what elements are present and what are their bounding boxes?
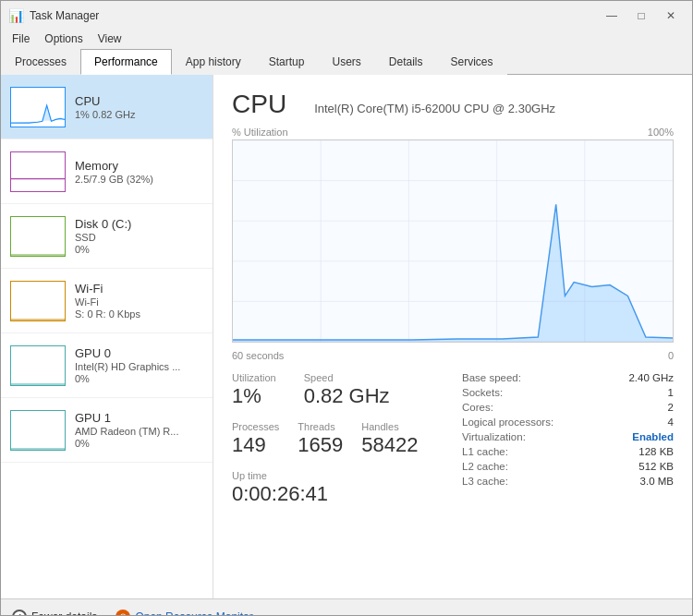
sidebar: CPU 1% 0.82 GHz Memory 2.5/7.9 GB (32%) xyxy=(1,75,213,598)
cores-value: 2 xyxy=(668,402,674,413)
stats-row-utilization-speed: Utilization 1% Speed 0.82 GHz xyxy=(232,372,444,414)
tab-details[interactable]: Details xyxy=(375,49,437,75)
chart-x-end: 0 xyxy=(668,350,674,361)
logical-row: Logical processors: 4 xyxy=(462,417,674,428)
gpu0-info: GPU 0 Intel(R) HD Graphics ... 0% xyxy=(75,346,203,384)
utilization-block: Utilization 1% xyxy=(232,372,276,408)
detail-header: CPU Intel(R) Core(TM) i5-6200U CPU @ 2.3… xyxy=(232,90,674,119)
disk-thumbnail xyxy=(10,216,66,257)
threads-block: Threads 1659 xyxy=(298,421,343,457)
speed-label: Speed xyxy=(304,372,390,383)
l3-value: 3.0 MB xyxy=(640,476,674,487)
l3-row: L3 cache: 3.0 MB xyxy=(462,476,674,487)
cpu-title: CPU xyxy=(75,94,203,108)
gpu0-thumbnail xyxy=(10,345,66,386)
fewer-details-button[interactable]: ∧ Fewer details xyxy=(12,610,97,617)
utilization-value: 1% xyxy=(232,384,276,408)
memory-title: Memory xyxy=(75,159,203,173)
processes-value: 149 xyxy=(232,433,279,457)
handles-value: 58422 xyxy=(361,433,418,457)
sidebar-item-wifi[interactable]: Wi-Fi Wi-Fi S: 0 R: 0 Kbps xyxy=(1,269,213,333)
l1-row: L1 cache: 128 KB xyxy=(462,446,674,457)
tab-users[interactable]: Users xyxy=(318,49,374,75)
processes-block: Processes 149 xyxy=(232,421,279,457)
chart-label-bottom: 60 seconds 0 xyxy=(232,350,674,361)
base-speed-label: Base speed: xyxy=(462,372,573,383)
fewer-details-icon: ∧ xyxy=(12,610,27,617)
tab-processes[interactable]: Processes xyxy=(1,49,80,75)
open-resource-monitor-button[interactable]: ⊙ Open Resource Monitor xyxy=(116,610,252,617)
tab-services[interactable]: Services xyxy=(437,49,507,75)
sidebar-item-memory[interactable]: Memory 2.5/7.9 GB (32%) xyxy=(1,139,213,204)
menu-file[interactable]: File xyxy=(5,30,37,47)
cpu-chart xyxy=(232,139,674,343)
memory-thumbnail xyxy=(10,151,66,192)
window-title: Task Manager xyxy=(30,9,99,22)
tab-bar: Processes Performance App history Startu… xyxy=(1,49,692,75)
menu-view[interactable]: View xyxy=(91,30,129,47)
resource-monitor-icon: ⊙ xyxy=(116,610,130,617)
wifi-info: Wi-Fi Wi-Fi S: 0 R: 0 Kbps xyxy=(75,282,203,320)
sockets-value: 1 xyxy=(668,387,674,398)
sockets-label: Sockets: xyxy=(462,387,573,398)
wifi-title: Wi-Fi xyxy=(75,282,203,296)
gpu1-thumbnail xyxy=(10,410,66,451)
fewer-details-label: Fewer details xyxy=(31,610,97,617)
tab-app-history[interactable]: App history xyxy=(172,49,255,75)
l2-value: 512 KB xyxy=(638,461,674,472)
disk-sub2: 0% xyxy=(75,244,203,255)
stats-left: Utilization 1% Speed 0.82 GHz Processes … xyxy=(232,372,444,506)
gpu1-info: GPU 1 AMD Radeon (TM) R... 0% xyxy=(75,411,203,449)
processes-label: Processes xyxy=(232,421,279,432)
memory-sub: 2.5/7.9 GB (32%) xyxy=(75,174,203,185)
gpu0-sub1: Intel(R) HD Graphics ... xyxy=(75,361,203,372)
logical-value: 4 xyxy=(668,417,674,428)
chart-x-start: 60 seconds xyxy=(232,350,284,361)
base-speed-row: Base speed: 2.40 GHz xyxy=(462,372,674,383)
detail-title: CPU xyxy=(232,90,286,119)
cpu-thumbnail xyxy=(10,87,66,127)
menu-options[interactable]: Options xyxy=(37,30,90,47)
sidebar-item-gpu0[interactable]: GPU 0 Intel(R) HD Graphics ... 0% xyxy=(1,333,213,398)
stats-row-threads: Processes 149 Threads 1659 Handles 58422 xyxy=(232,421,444,463)
gpu0-sub2: 0% xyxy=(75,373,203,384)
chart-label-top: % Utilization 100% xyxy=(232,127,674,138)
speed-value: 0.82 GHz xyxy=(304,384,390,408)
svg-marker-10 xyxy=(233,204,673,342)
title-bar-left: 📊 Task Manager xyxy=(8,8,99,23)
bottom-bar: ∧ Fewer details ⊙ Open Resource Monitor xyxy=(1,598,692,616)
sidebar-item-gpu1[interactable]: GPU 1 AMD Radeon (TM) R... 0% xyxy=(1,398,213,463)
tab-performance[interactable]: Performance xyxy=(80,49,172,75)
tab-startup[interactable]: Startup xyxy=(255,49,319,75)
gpu1-sub1: AMD Radeon (TM) R... xyxy=(75,426,203,437)
cores-row: Cores: 2 xyxy=(462,402,674,413)
menu-bar: File Options View xyxy=(1,29,692,49)
uptime-label: Up time xyxy=(232,470,444,481)
cores-label: Cores: xyxy=(462,402,573,413)
maximize-button[interactable]: □ xyxy=(627,6,655,25)
stats-grid: Utilization 1% Speed 0.82 GHz Processes … xyxy=(232,372,674,506)
gpu0-title: GPU 0 xyxy=(75,346,203,360)
app-icon: 📊 xyxy=(8,8,24,23)
sidebar-item-cpu[interactable]: CPU 1% 0.82 GHz xyxy=(1,75,213,139)
l3-label: L3 cache: xyxy=(462,476,573,487)
speed-block: Speed 0.82 GHz xyxy=(304,372,390,408)
threads-value: 1659 xyxy=(298,433,343,457)
detail-panel: CPU Intel(R) Core(TM) i5-6200U CPU @ 2.3… xyxy=(213,75,692,598)
gpu1-sub2: 0% xyxy=(75,438,203,449)
wifi-sub1: Wi-Fi xyxy=(75,296,203,308)
minimize-button[interactable]: — xyxy=(598,6,626,25)
utilization-label: Utilization xyxy=(232,372,276,383)
disk-info: Disk 0 (C:) SSD 0% xyxy=(75,217,203,255)
close-button[interactable]: ✕ xyxy=(657,6,685,25)
cpu-sub: 1% 0.82 GHz xyxy=(75,109,203,120)
chart-y-label: % Utilization xyxy=(232,127,288,138)
handles-block: Handles 58422 xyxy=(361,421,418,457)
wifi-sub2: S: 0 R: 0 Kbps xyxy=(75,308,203,320)
disk-title: Disk 0 (C:) xyxy=(75,217,203,231)
l1-label: L1 cache: xyxy=(462,446,573,457)
chart-y-max: 100% xyxy=(648,127,674,138)
sidebar-item-disk[interactable]: Disk 0 (C:) SSD 0% xyxy=(1,204,213,269)
l1-value: 128 KB xyxy=(638,446,674,457)
handles-label: Handles xyxy=(361,421,418,432)
